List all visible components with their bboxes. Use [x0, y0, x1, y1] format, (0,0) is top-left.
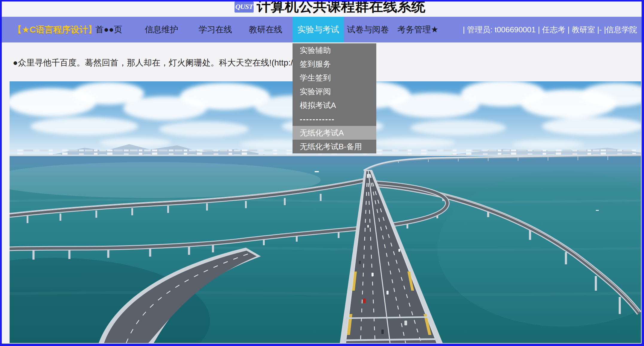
notice-marquee: ●众里寻他千百度。蓦然回首，那人却在，灯火阑珊处。科大天空在线!(http://… — [13, 57, 319, 68]
nav-item-info-maintenance[interactable]: 信息维护 — [145, 17, 178, 42]
menu-item-student-signin[interactable]: 学生签到 — [293, 71, 376, 85]
nav-item-papers-grading[interactable]: 试卷与阅卷 — [347, 17, 389, 42]
experiment-exam-dropdown: 实验辅助 签到服务 学生签到 实验评阅 模拟考试A ----------- 无纸… — [293, 43, 376, 153]
menu-item-experiment-review[interactable]: 实验评阅 — [293, 85, 376, 98]
nav-item-learning-online[interactable]: 学习在线 — [199, 17, 232, 42]
user-info-links[interactable]: | 管理员: t006690001 | 任志考 | 教研室 |- |信息学院 — [463, 17, 637, 42]
nav-item-home[interactable]: 首●●页 — [95, 17, 122, 42]
menu-item-signin-service[interactable]: 签到服务 — [293, 57, 376, 71]
nav-item-exam-admin[interactable]: 考务管理★ — [397, 17, 438, 42]
nav-tab-experiment-exam[interactable]: 实验与考试 — [293, 17, 344, 42]
title-bar: QUST 计算机公共课程群在线系统 — [2, 1, 642, 17]
qust-logo-icon: QUST — [235, 1, 254, 13]
course-label: 【★C语言程序设计】 — [13, 17, 97, 42]
menu-item-paperless-exam-b[interactable]: 无纸化考试B-备用 — [293, 140, 376, 153]
main-navbar: 【★C语言程序设计】 首●●页 信息维护 学习在线 教研在线 实验与考试 试卷与… — [2, 17, 642, 42]
menu-item-mock-exam-a[interactable]: 模拟考试A — [293, 98, 376, 112]
menu-separator: ----------- — [293, 112, 376, 126]
page-frame: QUST 计算机公共课程群在线系统 【★C语言程序设计】 首●●页 信息维护 学… — [0, 0, 644, 346]
nav-item-research-online[interactable]: 教研在线 — [249, 17, 282, 42]
menu-item-experiment-assist[interactable]: 实验辅助 — [293, 43, 376, 57]
page-title: 计算机公共课程群在线系统 — [257, 1, 425, 14]
menu-item-paperless-exam-a[interactable]: 无纸化考试A — [293, 126, 376, 140]
